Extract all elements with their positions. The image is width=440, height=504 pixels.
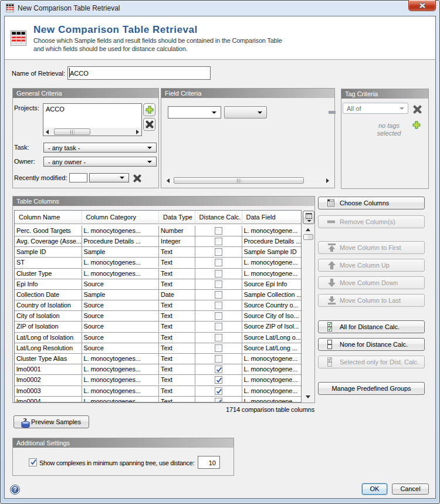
svg-text:?: ? bbox=[13, 486, 16, 493]
